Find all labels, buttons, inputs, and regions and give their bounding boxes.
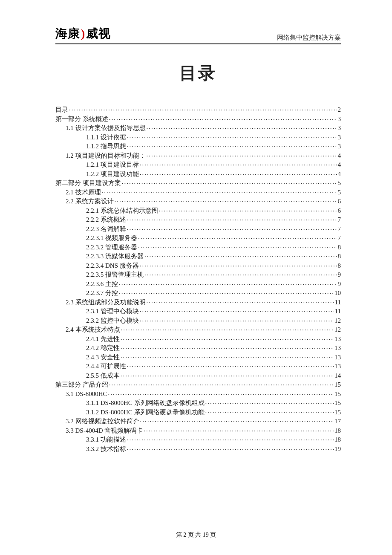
toc-entry-label: 2.2.3.3 流媒体服务器 — [86, 253, 144, 260]
footer-total-pages: 19 — [203, 532, 209, 538]
toc-entry[interactable]: 2.4.2 稳定性13 — [55, 344, 341, 351]
brand-logo: 海康)威视 — [55, 26, 111, 42]
toc-entry[interactable]: 2.2.3.3 流媒体服务器8 — [55, 252, 341, 260]
toc-leader-dots — [140, 307, 334, 313]
toc-entry[interactable]: 2.3.2 监控中心模块12 — [55, 316, 341, 324]
toc-entry-label: 3.3.1 功能描述 — [86, 436, 126, 443]
toc-entry[interactable]: 3.2 网络视频监控软件简介17 — [55, 417, 341, 425]
toc-entry[interactable]: 1.1 设计方案依据及指导思想3 — [55, 124, 341, 131]
toc-leader-dots — [121, 371, 334, 378]
toc-leader-dots — [122, 179, 337, 185]
toc-entry-page: 3 — [338, 134, 341, 141]
page: 海康)威视 网络集中监控解决方案 目录 目录2第一部分 系统概述31.1 设计方… — [0, 0, 392, 555]
toc-leader-dots — [147, 298, 334, 304]
toc-entry[interactable]: 3.1 DS-8000HC15 — [55, 390, 341, 397]
toc-entry-label: 3.1.2 DS-8000HC 系列网络硬盘录像机功能 — [86, 409, 205, 416]
toc-entry[interactable]: 第三部分 产品介绍15 — [55, 380, 341, 388]
toc-entry-page: 4 — [338, 162, 341, 168]
toc-entry-label: 2.1 技术原理 — [66, 189, 101, 196]
toc-leader-dots — [69, 105, 337, 112]
toc-entry[interactable]: 2.2.2 系统概述7 — [55, 215, 341, 223]
toc-entry[interactable]: 目录2 — [55, 105, 341, 113]
toc-entry-label: 1.1.2 指导思想 — [86, 143, 126, 150]
toc-entry[interactable]: 1.1.2 指导思想3 — [55, 142, 341, 150]
toc-entry[interactable]: 2.2 系统方案设计6 — [55, 197, 341, 205]
toc-entry[interactable]: 第一部分 系统概述3 — [55, 115, 341, 122]
logo-text-right: 威视 — [86, 27, 111, 40]
toc-leader-dots — [121, 325, 334, 332]
toc-leader-dots — [115, 197, 337, 203]
toc-entry[interactable]: 第二部分 项目建设方案5 — [55, 179, 341, 186]
toc-leader-dots — [127, 225, 337, 231]
toc-entry-label: 2.3 系统组成部分及功能说明 — [66, 299, 146, 306]
toc-entry-page: 3 — [338, 116, 341, 122]
toc-entry-page: 18 — [334, 436, 341, 443]
toc-entry-page: 12 — [334, 318, 341, 324]
toc-entry[interactable]: 2.3.1 管理中心模块11 — [55, 307, 341, 315]
toc-entry[interactable]: 2.2.3.7 分控10 — [55, 289, 341, 296]
toc-entry-page: 7 — [338, 217, 341, 223]
toc-entry[interactable]: 2.5.5 低成本14 — [55, 371, 341, 379]
toc-entry[interactable]: 2.4.3 安全性13 — [55, 353, 341, 361]
toc-entry-page: 15 — [334, 409, 341, 416]
toc-entry-page: 3 — [338, 125, 341, 131]
toc-leader-dots — [121, 335, 334, 341]
toc-entry[interactable]: 2.2.1 系统总体结构示意图6 — [55, 206, 341, 214]
header-rule — [55, 43, 341, 44]
toc-entry-page: 3 — [338, 143, 341, 150]
toc-entry[interactable]: 2.1 技术原理5 — [55, 188, 341, 196]
footer-current-page: 2 — [183, 532, 186, 538]
toc-entry[interactable]: 3.1.2 DS-8000HC 系列网络硬盘录像机功能15 — [55, 408, 341, 416]
toc-entry-label: 2.4.1 先进性 — [86, 336, 120, 342]
toc-entry-label: 2.2.3.5 报警管理主机 — [86, 272, 144, 278]
toc-entry[interactable]: 2.3 系统组成部分及功能说明11 — [55, 298, 341, 306]
toc-entry-label: 第三部分 产品介绍 — [55, 382, 108, 388]
toc-entry[interactable]: 2.2.3.5 报警管理主机9 — [55, 270, 341, 278]
toc-entry-page: 11 — [335, 299, 341, 306]
toc-entry-page: 14 — [334, 373, 341, 379]
toc-entry[interactable]: 3.1.1 DS-8000HC 系列网络硬盘录像机组成15 — [55, 399, 341, 406]
toc-entry-page: 7 — [338, 226, 341, 232]
toc-leader-dots — [127, 445, 334, 451]
toc-leader-dots — [119, 280, 337, 286]
toc-entry[interactable]: 3.3.1 功能描述18 — [55, 435, 341, 443]
toc-entry[interactable]: 2.2.3.2 管理服务器8 — [55, 243, 341, 251]
toc-entry[interactable]: 3.3.2 技术指标19 — [55, 445, 341, 452]
toc-entry[interactable]: 2.2.3.6 主控9 — [55, 280, 341, 287]
toc-entry-label: 2.2.3.6 主控 — [86, 281, 118, 287]
toc-entry[interactable]: 2.2.3.4 DNS 服务器8 — [55, 261, 341, 269]
toc-entry-label: 3.1.1 DS-8000HC 系列网络硬盘录像机组成 — [86, 400, 205, 406]
toc-leader-dots — [144, 252, 337, 258]
toc-entry-label: 2.4.2 稳定性 — [86, 345, 120, 351]
toc-entry-label: 1.2 项目建设的目标和功能： — [66, 153, 146, 159]
toc-entry-label: 2.4.4 可扩展性 — [86, 363, 126, 370]
page-footer: 第 2 页 共 19 页 — [0, 531, 392, 539]
toc-entry[interactable]: 1.2.2 项目建设功能4 — [55, 170, 341, 177]
toc-entry-label: 2.2.3.1 视频服务器 — [86, 235, 137, 241]
toc-leader-dots — [140, 316, 334, 323]
toc-entry[interactable]: 1.2 项目建设的目标和功能：4 — [55, 151, 341, 159]
toc-entry-page: 19 — [334, 446, 341, 452]
toc-entry-page: 13 — [334, 345, 341, 351]
toc-entry[interactable]: 2.2.3 名词解释7 — [55, 225, 341, 232]
toc-leader-dots — [205, 399, 334, 405]
toc-entry-page: 15 — [334, 400, 341, 406]
toc-entry-label: 2.2.1 系统总体结构示意图 — [86, 208, 158, 214]
page-title: 目录 — [55, 61, 341, 85]
toc-entry-label: 3.3.2 技术指标 — [86, 446, 126, 452]
toc-leader-dots — [140, 417, 334, 423]
toc-leader-dots — [159, 206, 337, 213]
toc-entry-page: 15 — [334, 382, 341, 388]
toc-entry[interactable]: 1.1.1 设计依据3 — [55, 133, 341, 141]
toc-entry[interactable]: 3.3 DS-4004D 音视频解码卡18 — [55, 426, 341, 434]
toc-entry[interactable]: 2.4 本系统技术特点12 — [55, 325, 341, 333]
toc-entry[interactable]: 2.4.1 先进性13 — [55, 335, 341, 342]
toc-entry[interactable]: 2.2.3.1 视频服务器7 — [55, 234, 341, 241]
toc-entry[interactable]: 2.4.4 可扩展性13 — [55, 362, 341, 370]
toc-leader-dots — [127, 215, 337, 222]
toc-leader-dots — [121, 353, 334, 359]
toc-entry[interactable]: 1.2.1 项目建设目标4 — [55, 160, 341, 168]
toc-entry-page: 7 — [338, 235, 341, 241]
doc-subtitle: 网络集中监控解决方案 — [277, 34, 341, 42]
toc-entry-label: 2.5.5 低成本 — [86, 373, 120, 379]
